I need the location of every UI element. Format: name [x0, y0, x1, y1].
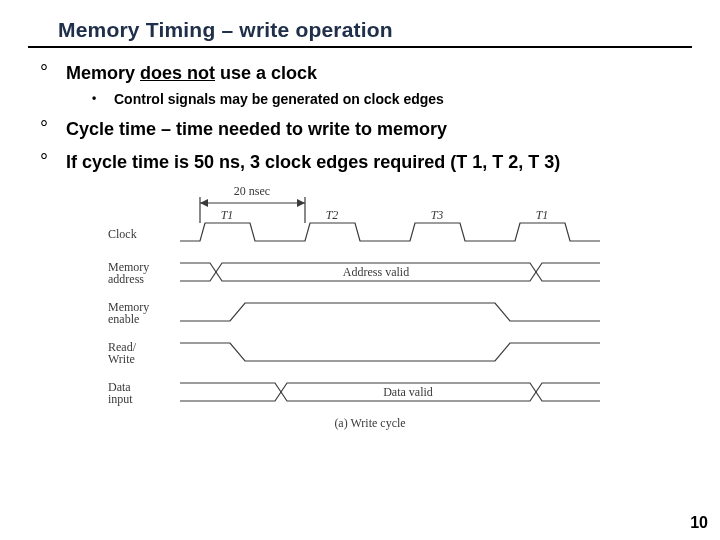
- wave-clock: [180, 223, 600, 241]
- page-number: 10: [690, 514, 708, 532]
- wave-enable: [180, 303, 600, 321]
- sub-bullet-1: Control signals may be generated on cloc…: [92, 91, 692, 109]
- bullet-1-post: use a clock: [215, 63, 317, 83]
- label-rw-2: Write: [108, 352, 135, 366]
- label-clock: Clock: [108, 227, 137, 241]
- sub-list-1: Control signals may be generated on cloc…: [66, 91, 692, 109]
- tick-t1: T1: [221, 208, 234, 222]
- slide: Memory Timing – write operation Memory d…: [0, 0, 720, 540]
- label-data-2: input: [108, 392, 133, 406]
- tick-t3: T3: [431, 208, 444, 222]
- bullet-1-em: does not: [140, 63, 215, 83]
- time-marker: 20 nsec: [200, 184, 305, 223]
- data-valid-label: Data valid: [383, 385, 433, 399]
- bullet-1-pre: Memory: [66, 63, 140, 83]
- bullet-3: If cycle time is 50 ns, 3 clock edges re…: [40, 151, 692, 174]
- slide-title: Memory Timing – write operation: [58, 18, 692, 42]
- timing-diagram-wrap: 20 nsec Clock T1 T2 T3 T1 Memory address…: [28, 183, 692, 433]
- label-addr-2: address: [108, 272, 144, 286]
- wave-rw: [180, 343, 600, 361]
- tick-t1b: T1: [536, 208, 549, 222]
- bullet-2: Cycle time – time needed to write to mem…: [40, 118, 692, 141]
- diagram-caption: (a) Write cycle: [334, 416, 405, 430]
- svg-marker-3: [200, 199, 208, 207]
- label-en-2: enable: [108, 312, 139, 326]
- time-label: 20 nsec: [234, 184, 270, 198]
- svg-marker-4: [297, 199, 305, 207]
- addr-valid-label: Address valid: [343, 265, 409, 279]
- bullet-1: Memory does not use a clock Control sign…: [40, 62, 692, 108]
- timing-diagram: 20 nsec Clock T1 T2 T3 T1 Memory address…: [100, 183, 620, 433]
- title-rule: [28, 46, 692, 48]
- bullet-list: Memory does not use a clock Control sign…: [28, 62, 692, 173]
- tick-t2: T2: [326, 208, 339, 222]
